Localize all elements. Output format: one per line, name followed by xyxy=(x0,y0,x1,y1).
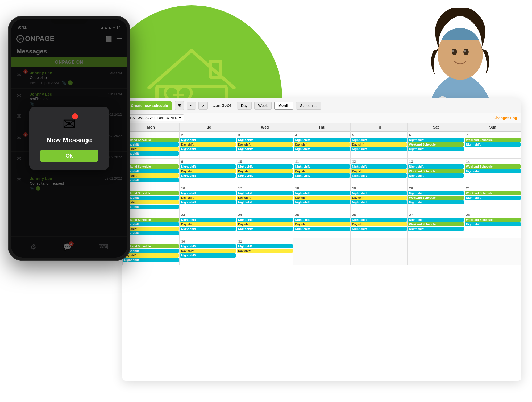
shift-badge[interactable]: Night-shift xyxy=(180,138,236,142)
shift-badge[interactable]: Night-shift xyxy=(180,191,236,195)
shift-badge[interactable]: Day shift xyxy=(294,169,350,173)
shift-badge[interactable]: Day shift xyxy=(123,147,179,151)
shift-badge[interactable]: Night-shift xyxy=(237,244,293,248)
cal-day-5[interactable]: 5 Night-shift Day shift Night-shift xyxy=(351,132,408,159)
shift-badge[interactable]: Night-shift xyxy=(123,178,179,182)
shift-badge[interactable]: Night-shift xyxy=(180,218,236,222)
shift-badge[interactable]: Night-shift xyxy=(237,164,293,169)
shift-badge[interactable]: Night-shift xyxy=(408,138,464,142)
shift-badge[interactable]: Night-shift xyxy=(351,138,407,142)
shift-badge[interactable]: Day shift xyxy=(180,142,236,147)
shift-badge[interactable]: Night-shift xyxy=(180,173,236,178)
shift-badge[interactable]: Night-shift xyxy=(237,147,293,151)
shift-badge[interactable]: Night-shift xyxy=(351,218,407,222)
shift-badge[interactable]: Day shift xyxy=(180,169,236,173)
shift-badge[interactable]: Night-shift xyxy=(294,218,350,222)
cal-day-12[interactable]: 12 Night-shift Day shift Night-shift xyxy=(351,159,408,185)
shift-badge[interactable]: Weekend Schedule xyxy=(408,196,464,200)
cal-day-31[interactable]: 31 Night-shift Day shift xyxy=(236,238,293,265)
cal-day-19[interactable]: 19 Night-shift Day shift Night-shift xyxy=(351,185,408,212)
shift-badge[interactable]: Night-shift xyxy=(351,200,407,204)
shift-badge[interactable]: Night-shift xyxy=(180,253,236,258)
shift-badge[interactable]: Weekend Schedule xyxy=(465,138,521,142)
shift-badge[interactable]: Night-shift xyxy=(294,138,350,142)
shift-badge[interactable]: Weekend Schedule xyxy=(123,244,179,248)
cal-day-30[interactable]: 30 Night-shift Day shift Night-shift xyxy=(180,238,236,265)
changes-log-link[interactable]: Changes Log xyxy=(493,116,517,120)
cal-day-7[interactable]: 7 Weekend Schedule Night-shift xyxy=(464,132,521,159)
shift-badge[interactable]: Night-shift xyxy=(351,227,407,231)
shift-badge[interactable]: Night-shift xyxy=(237,173,293,178)
cal-day-29[interactable]: 29 Weekend Schedule Night-shift Day shif… xyxy=(123,238,180,265)
shift-badge[interactable]: Night-shift xyxy=(294,191,350,195)
shift-badge[interactable]: Night-shift xyxy=(123,151,179,156)
shift-badge[interactable]: Day shift xyxy=(123,227,179,231)
shift-badge[interactable]: Night-shift xyxy=(123,231,179,235)
shift-badge[interactable]: Night-shift xyxy=(408,227,464,231)
shift-badge[interactable]: Day shift xyxy=(294,196,350,200)
shift-badge[interactable]: Night-shift xyxy=(123,142,179,147)
shift-badge[interactable]: Night-shift xyxy=(123,169,179,173)
cal-day-17[interactable]: 17 Night-shift Day shift Night-shift xyxy=(236,185,293,212)
shift-badge[interactable]: Night-shift xyxy=(465,196,521,200)
shift-badge[interactable]: Night-shift xyxy=(294,227,350,231)
shift-badge[interactable]: Day shift xyxy=(351,142,407,147)
shift-badge[interactable]: Night-shift xyxy=(465,142,521,147)
cal-day-15[interactable]: 15 Weekend Schedule Night-shift Day shif… xyxy=(123,185,180,212)
shift-badge[interactable]: Night-shift xyxy=(237,191,293,195)
shift-badge[interactable]: Weekend Schedule xyxy=(408,169,464,173)
shift-badge[interactable]: Night-shift xyxy=(465,169,521,173)
cal-day-6[interactable]: 6 Night-shift Weekend Schedule Night-shi… xyxy=(408,132,464,159)
create-schedule-button[interactable]: Create new schedule xyxy=(127,101,172,110)
shift-badge[interactable]: Night-shift xyxy=(294,173,350,178)
cal-day-18[interactable]: 18 Night-shift Day shift Night-shift xyxy=(293,185,350,212)
shift-badge[interactable]: Night-shift xyxy=(123,205,179,209)
cal-day-24[interactable]: 24 Night-shift Day shift Night-shift xyxy=(236,212,293,238)
shift-badge[interactable]: Weekend Schedule xyxy=(123,191,179,195)
shift-badge[interactable]: Night-shift xyxy=(180,244,236,248)
shift-badge[interactable]: Day shift xyxy=(294,142,350,147)
cal-day-4[interactable]: 4 Night-shift Day shift Night-shift xyxy=(293,132,350,159)
cal-day-23[interactable]: 23 Night-shift Day shift Night-shift xyxy=(180,212,236,238)
shift-badge[interactable]: Night-shift xyxy=(180,164,236,169)
shift-badge[interactable]: Day shift xyxy=(180,249,236,253)
shift-badge[interactable]: Day shift xyxy=(123,253,179,258)
shift-badge[interactable]: Weekend Schedule xyxy=(465,218,521,222)
shift-badge[interactable]: Day shift xyxy=(351,222,407,226)
shift-badge[interactable]: Night-shift xyxy=(123,258,179,262)
shift-badge[interactable]: Day shift xyxy=(237,249,293,253)
shift-badge[interactable]: Night-shift xyxy=(123,222,179,226)
shift-badge[interactable]: Night-shift xyxy=(294,147,350,151)
shift-badge[interactable]: Night-shift xyxy=(351,147,407,151)
shift-badge[interactable]: Night-shift xyxy=(294,164,350,169)
shift-badge[interactable]: Weekend Schedule xyxy=(465,191,521,195)
shift-badge[interactable]: Weekend Schedule xyxy=(408,142,464,147)
shift-badge[interactable]: Weekend Schedule xyxy=(123,218,179,222)
shift-badge[interactable]: Night-shift xyxy=(408,147,464,151)
cal-day-3[interactable]: 3 Night-shift Day shift Night-shift xyxy=(236,132,293,159)
shift-badge[interactable]: Day shift xyxy=(123,200,179,204)
shift-badge[interactable]: Weekend Schedule xyxy=(123,164,179,169)
shift-badge[interactable]: Day shift xyxy=(294,222,350,226)
day-view-button[interactable]: Day xyxy=(237,102,252,110)
month-view-button[interactable]: Month xyxy=(274,102,293,110)
shift-badge[interactable]: Night-shift xyxy=(408,200,464,204)
cal-day-10[interactable]: 10 Night-shift Day shift Night-shift xyxy=(236,159,293,185)
shift-badge[interactable]: Night-shift xyxy=(180,200,236,204)
shift-badge[interactable]: Night-shift xyxy=(351,191,407,195)
shift-badge[interactable]: Night-shift xyxy=(237,200,293,204)
cal-day-27[interactable]: 27 Night-shift Weekend Schedule Night-sh… xyxy=(408,212,464,238)
shift-badge[interactable]: Day shift xyxy=(123,173,179,178)
shift-badge[interactable]: Day shift xyxy=(180,196,236,200)
shift-badge[interactable]: Night-shift xyxy=(123,249,179,253)
shift-badge[interactable]: Night-shift xyxy=(237,218,293,222)
shift-badge[interactable]: Day shift xyxy=(180,222,236,226)
cal-day-21[interactable]: 21 Weekend Schedule Night-shift xyxy=(464,185,521,212)
shift-badge[interactable]: Night-shift xyxy=(294,200,350,204)
cal-day-14[interactable]: 14 Weekend Schedule Night-shift xyxy=(464,159,521,185)
cal-day-28[interactable]: 28 Weekend Schedule Night-shift xyxy=(464,212,521,238)
cal-day-13[interactable]: 13 Night-shift Weekend Schedule Night-sh… xyxy=(408,159,464,185)
shift-badge[interactable]: Day shift xyxy=(351,169,407,173)
schedules-view-button[interactable]: Schedules xyxy=(296,102,321,110)
shift-badge[interactable]: Weekend Schedule xyxy=(465,164,521,169)
